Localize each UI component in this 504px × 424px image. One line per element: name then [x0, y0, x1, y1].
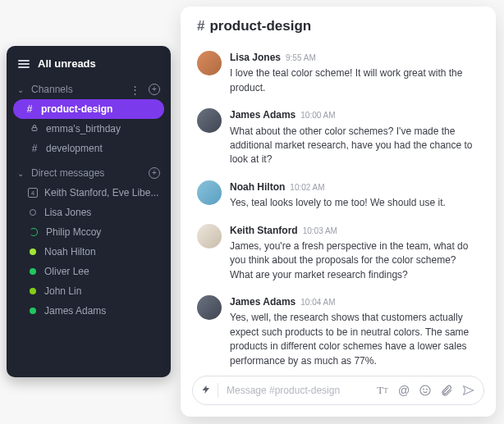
- presence-icon: [30, 288, 36, 294]
- message-author[interactable]: James Adams: [230, 295, 296, 309]
- avatar[interactable]: [197, 295, 222, 320]
- message-author[interactable]: Noah Hilton: [230, 180, 285, 194]
- dm-item-label: Keith Stanford, Eve Libe...: [44, 187, 158, 198]
- message-text: I love the teal color scheme! It will wo…: [230, 66, 479, 95]
- channel-panel: # product-design Lisa Jones 9:55 AM I lo…: [181, 7, 496, 417]
- message-author[interactable]: James Adams: [230, 108, 296, 122]
- unreads-label[interactable]: All unreads: [38, 57, 96, 70]
- message-list: Lisa Jones 9:55 AM I love the teal color…: [181, 41, 496, 369]
- hash-icon: #: [197, 18, 204, 34]
- message-input[interactable]: [222, 385, 370, 396]
- svg-point-2: [424, 389, 424, 390]
- dm-item-james[interactable]: James Adams: [7, 301, 171, 321]
- channels-section-label: Channels: [31, 84, 121, 95]
- channels-add-icon[interactable]: +: [148, 83, 161, 96]
- message-text: Yes, well, the research shows that custo…: [230, 311, 479, 368]
- message-author[interactable]: Keith Stanford: [230, 224, 298, 238]
- dm-section-label: Direct messages: [31, 167, 141, 179]
- message-text: What about the other color schemes? I've…: [230, 125, 479, 167]
- message-text: Yes, teal looks lovely to me too! We sho…: [230, 196, 479, 210]
- message: James Adams 10:04 AM Yes, well, the rese…: [197, 289, 479, 369]
- avatar[interactable]: [197, 108, 222, 133]
- hash-icon: #: [30, 143, 39, 154]
- avatar[interactable]: [197, 224, 222, 248]
- channels-section-header[interactable]: ⌄ Channels ⋮ +: [7, 80, 171, 99]
- channel-title: product-design: [209, 18, 311, 34]
- channel-label: development: [46, 143, 103, 154]
- dm-item-philip[interactable]: Philip Mccoy: [7, 222, 171, 242]
- dm-item-oliver[interactable]: Oliver Lee: [7, 262, 171, 281]
- presence-icon: [30, 228, 38, 236]
- avatar[interactable]: [197, 51, 222, 75]
- channel-label: product-design: [41, 103, 112, 115]
- hash-icon: #: [25, 103, 34, 115]
- channels-more-icon[interactable]: ⋮: [128, 83, 141, 96]
- dm-section-header[interactable]: ⌄ Direct messages +: [7, 163, 171, 183]
- dm-item-label: Oliver Lee: [44, 266, 89, 277]
- dm-item-label: James Adams: [44, 305, 106, 317]
- divider: [218, 383, 218, 398]
- sidebar: All unreads ⌄ Channels ⋮ + # product-des…: [7, 46, 171, 377]
- shortcuts-icon[interactable]: [201, 384, 214, 398]
- dm-item-john[interactable]: John Lin: [7, 281, 171, 301]
- avatar[interactable]: [197, 180, 222, 205]
- channel-development[interactable]: # development: [7, 139, 171, 158]
- dm-item-label: John Lin: [44, 285, 81, 297]
- presence-icon: [30, 209, 36, 216]
- sidebar-header: All unreads: [7, 57, 171, 80]
- presence-icon: [30, 248, 36, 255]
- lock-icon: [30, 123, 39, 134]
- message: Lisa Jones 9:55 AM I love the teal color…: [197, 44, 479, 102]
- dm-item-group[interactable]: 4 Keith Stanford, Eve Libe...: [7, 183, 171, 203]
- message-text: James, you're a fresh perspective in the…: [230, 239, 479, 282]
- attach-icon[interactable]: [438, 381, 456, 399]
- send-icon[interactable]: [459, 381, 477, 399]
- svg-point-3: [427, 389, 428, 390]
- message-time: 10:02 AM: [290, 182, 324, 194]
- dm-item-label: Noah Hilton: [44, 246, 96, 258]
- message-time: 10:03 AM: [303, 226, 337, 238]
- emoji-icon[interactable]: [416, 381, 434, 399]
- presence-icon: [30, 308, 36, 314]
- group-count-icon: 4: [28, 188, 38, 198]
- format-icon[interactable]: TT: [373, 381, 392, 399]
- message-time: 10:04 AM: [300, 297, 335, 309]
- channel-label: emma's_birthday: [46, 123, 121, 134]
- composer-area: TT @: [181, 369, 496, 417]
- dm-item-lisa[interactable]: Lisa Jones: [7, 203, 171, 222]
- message-time: 9:55 AM: [286, 52, 316, 65]
- channel-header: # product-design: [181, 7, 496, 41]
- menu-icon[interactable]: [18, 58, 30, 70]
- svg-rect-0: [32, 128, 37, 131]
- message-composer[interactable]: TT @: [192, 376, 484, 405]
- chevron-down-icon: ⌄: [16, 169, 25, 178]
- dm-add-icon[interactable]: +: [148, 166, 161, 180]
- channel-product-design[interactable]: # product-design: [13, 99, 164, 119]
- message-author[interactable]: Lisa Jones: [230, 51, 281, 65]
- message: Noah Hilton 10:02 AM Yes, teal looks lov…: [197, 174, 479, 217]
- svg-point-1: [420, 385, 430, 395]
- dm-item-label: Lisa Jones: [44, 207, 91, 218]
- dm-item-label: Philip Mccoy: [46, 226, 101, 238]
- mention-icon[interactable]: @: [395, 381, 413, 399]
- channel-emmas-birthday[interactable]: emma's_birthday: [7, 119, 171, 139]
- message-time: 10:00 AM: [300, 110, 335, 122]
- message: Keith Stanford 10:03 AM James, you're a …: [197, 217, 479, 290]
- presence-icon: [30, 268, 36, 275]
- dm-item-noah[interactable]: Noah Hilton: [7, 242, 171, 262]
- chevron-down-icon: ⌄: [16, 85, 25, 94]
- message: James Adams 10:00 AM What about the othe…: [197, 102, 479, 174]
